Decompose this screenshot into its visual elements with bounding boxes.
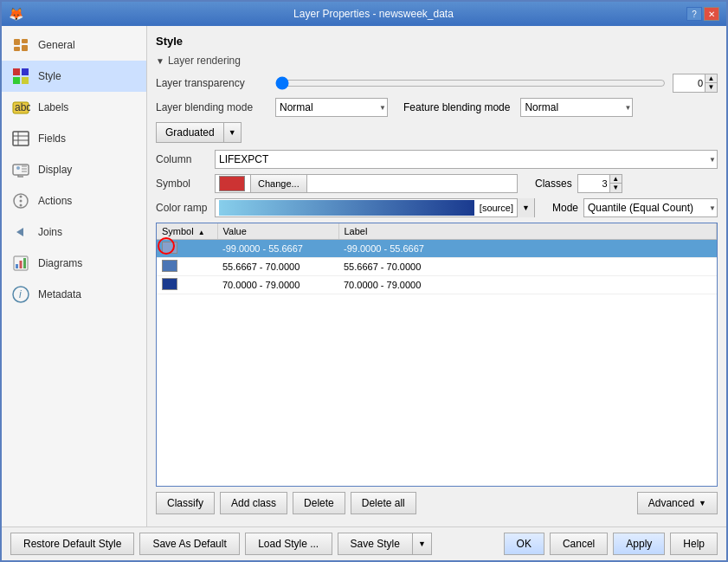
graduated-dropdown[interactable]: ▼: [224, 122, 242, 143]
sidebar-style-label: Style: [38, 70, 61, 82]
svg-rect-2: [22, 39, 28, 43]
advanced-label: Advanced: [648, 497, 694, 509]
row-value-1: -99.0000 - 55.6667: [217, 240, 338, 258]
load-style-button[interactable]: Load Style ...: [245, 533, 332, 555]
svg-rect-1: [14, 47, 20, 51]
slider-container: [275, 76, 666, 90]
cancel-button[interactable]: Cancel: [550, 533, 608, 555]
ok-button[interactable]: OK: [504, 533, 544, 555]
sidebar-item-actions[interactable]: Actions: [2, 185, 146, 216]
sidebar-item-metadata[interactable]: i Metadata: [2, 279, 146, 310]
column-label: Column: [156, 153, 208, 165]
sidebar-general-label: General: [38, 39, 75, 51]
fields-icon: [10, 128, 31, 149]
mode-group: Mode Quantile (Equal Count) ▼: [552, 198, 718, 217]
sidebar-item-joins[interactable]: Joins: [2, 216, 146, 248]
symbol-classes-row: Symbol Change... Classes 3 ▲ ▼: [156, 174, 718, 193]
delete-button[interactable]: Delete: [293, 492, 345, 514]
blending-label: Layer blending mode: [156, 101, 268, 113]
graduated-table: Symbol ▲ Value Label: [157, 223, 717, 294]
th-label[interactable]: Label: [338, 223, 717, 240]
main-window: 🦊 Layer Properties - newsweek_data ? ✕ G…: [0, 0, 728, 562]
collapse-arrow[interactable]: ▼: [156, 56, 164, 66]
classes-value[interactable]: 3: [578, 175, 609, 192]
sidebar-item-diagrams[interactable]: Diagrams: [2, 248, 146, 279]
footer: Restore Default Style Save As Default Lo…: [2, 526, 726, 560]
restore-default-button[interactable]: Restore Default Style: [10, 533, 134, 555]
titlebar-buttons: ? ✕: [686, 7, 719, 21]
row-value-2: 55.6667 - 70.0000: [217, 258, 338, 276]
svg-point-18: [20, 200, 23, 203]
svg-rect-24: [23, 258, 26, 268]
symbol-label: Symbol: [156, 178, 208, 190]
svg-point-19: [20, 204, 23, 207]
color-ramp-select[interactable]: [source] ▼: [215, 198, 535, 217]
table-row[interactable]: 70.0000 - 79.0000 70.0000 - 79.0000: [157, 276, 717, 294]
svg-rect-5: [22, 68, 29, 75]
transparency-spinbox[interactable]: 0 ▲ ▼: [673, 74, 718, 93]
classes-spinbox[interactable]: 3 ▲ ▼: [577, 174, 622, 193]
window-title: Layer Properties - newsweek_data: [61, 8, 686, 20]
save-default-button[interactable]: Save As Default: [139, 533, 239, 555]
transparency-value[interactable]: 0: [673, 74, 705, 92]
feature-blending-select[interactable]: Normal: [520, 98, 633, 117]
change-button[interactable]: Change...: [250, 174, 307, 193]
sidebar-item-display[interactable]: Display: [2, 154, 146, 185]
row-label-3: 70.0000 - 79.0000: [338, 276, 717, 294]
row-symbol-cell: [157, 240, 217, 258]
sidebar-actions-label: Actions: [38, 195, 72, 207]
delete-all-button[interactable]: Delete all: [351, 492, 416, 514]
blending-row: Layer blending mode Normal ▼ Feature ble…: [156, 98, 718, 117]
sidebar-display-label: Display: [38, 164, 72, 176]
help-button[interactable]: Help: [670, 533, 718, 555]
sidebar-item-labels[interactable]: abc Labels: [2, 92, 146, 123]
table-row[interactable]: -99.0000 - 55.6667 -99.0000 - 55.6667: [157, 240, 717, 258]
color-ramp-arrow[interactable]: ▼: [517, 198, 534, 217]
layer-blending-select[interactable]: Normal: [275, 98, 388, 117]
transparency-slider[interactable]: [275, 76, 666, 90]
labels-icon: abc: [10, 97, 31, 118]
th-value[interactable]: Value: [217, 223, 338, 240]
sidebar-item-fields[interactable]: Fields: [2, 123, 146, 154]
svg-rect-0: [14, 39, 20, 45]
color-ramp-text: [source]: [480, 203, 513, 213]
row-symbol-swatch-3: [162, 278, 177, 290]
svg-point-17: [20, 196, 23, 198]
subsection-label: Layer rendering: [168, 55, 241, 67]
svg-rect-4: [13, 68, 20, 75]
help-icon[interactable]: ?: [686, 7, 702, 21]
svg-text:i: i: [19, 288, 22, 300]
diagrams-icon: [10, 253, 31, 274]
sidebar-item-style[interactable]: Style: [2, 61, 146, 92]
transparency-increment[interactable]: ▲: [705, 74, 717, 83]
close-button[interactable]: ✕: [704, 7, 719, 21]
classes-decrement[interactable]: ▼: [609, 184, 622, 192]
table-row[interactable]: 55.6667 - 70.0000 55.6667 - 70.0000: [157, 258, 717, 276]
classify-button[interactable]: Classify: [156, 492, 215, 514]
mode-select[interactable]: Quantile (Equal Count): [583, 198, 718, 217]
sidebar: General Style abc Labels Fields: [2, 26, 147, 526]
apply-button[interactable]: Apply: [613, 533, 665, 555]
content-area: Style ▼ Layer rendering Layer transparen…: [147, 26, 726, 526]
column-row: Column LIFEXPCT ▼: [156, 150, 718, 169]
th-symbol[interactable]: Symbol ▲: [157, 223, 217, 240]
transparency-row: Layer transparency 0 ▲ ▼: [156, 74, 718, 93]
svg-rect-23: [20, 261, 23, 268]
save-style-button[interactable]: Save Style: [338, 533, 412, 555]
advanced-button[interactable]: Advanced ▼: [637, 492, 718, 514]
transparency-decrement[interactable]: ▼: [705, 83, 717, 92]
classes-label: Classes: [535, 178, 572, 190]
sidebar-joins-label: Joins: [38, 226, 62, 238]
classes-group: Classes 3 ▲ ▼: [535, 174, 622, 193]
classes-increment[interactable]: ▲: [609, 175, 622, 184]
add-class-button[interactable]: Add class: [220, 492, 287, 514]
graduated-button[interactable]: Graduated: [156, 122, 224, 143]
section-title: Style: [156, 35, 718, 48]
sidebar-metadata-label: Metadata: [38, 288, 81, 300]
general-icon: [10, 35, 31, 55]
column-select[interactable]: LIFEXPCT: [215, 150, 718, 169]
mode-select-wrapper: Quantile (Equal Count) ▼: [583, 198, 718, 217]
symbol-box: Change...: [215, 174, 518, 193]
save-style-dropdown[interactable]: ▼: [412, 533, 432, 555]
sidebar-item-general[interactable]: General: [2, 29, 146, 61]
